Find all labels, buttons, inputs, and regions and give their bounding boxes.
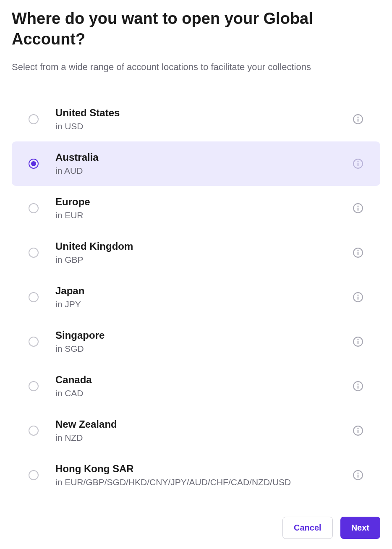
svg-point-16: [357, 339, 358, 340]
option-row[interactable]: United Kingdomin GBP: [12, 230, 380, 275]
option-text: Europein EUR: [55, 196, 346, 220]
option-title: Japan: [55, 285, 346, 297]
info-icon[interactable]: [353, 336, 363, 347]
radio-button[interactable]: [29, 159, 39, 169]
info-icon[interactable]: [353, 381, 363, 392]
svg-rect-5: [358, 163, 359, 166]
option-currency: in EUR: [55, 210, 346, 220]
info-icon[interactable]: [353, 247, 363, 258]
radio-button[interactable]: [29, 426, 39, 436]
radio-button[interactable]: [29, 114, 39, 124]
option-row[interactable]: Europein EUR: [12, 186, 380, 230]
svg-point-13: [357, 294, 358, 295]
option-text: United Statesin USD: [55, 107, 346, 131]
next-button[interactable]: Next: [340, 517, 380, 539]
options-list: United Statesin USDAustraliain AUDEurope…: [12, 97, 380, 497]
option-row[interactable]: Canadain CAD: [12, 364, 380, 408]
option-row[interactable]: United Statesin USD: [12, 97, 380, 141]
option-row[interactable]: Japanin JPY: [12, 275, 380, 319]
option-text: Australiain AUD: [55, 152, 346, 176]
radio-button[interactable]: [29, 292, 39, 302]
svg-rect-23: [358, 430, 359, 433]
page-subtitle: Select from a wide range of account loca…: [12, 62, 380, 73]
svg-point-25: [357, 472, 358, 473]
info-icon[interactable]: [353, 203, 363, 214]
option-text: New Zealandin NZD: [55, 418, 346, 443]
option-text: Singaporein SGD: [55, 329, 346, 354]
svg-rect-2: [358, 118, 359, 122]
option-title: United States: [55, 107, 346, 119]
option-text: Hong Kong SARin EUR/GBP/SGD/HKD/CNY/JPY/…: [55, 463, 346, 487]
option-currency: in EUR/GBP/SGD/HKD/CNY/JPY/AUD/CHF/CAD/N…: [55, 477, 346, 487]
option-title: Hong Kong SAR: [55, 463, 346, 475]
svg-rect-17: [358, 341, 359, 344]
svg-rect-8: [358, 207, 359, 211]
option-title: Singapore: [55, 329, 346, 341]
svg-point-19: [357, 383, 358, 384]
option-currency: in JPY: [55, 299, 346, 309]
option-title: Canada: [55, 374, 346, 386]
option-title: Europe: [55, 196, 346, 208]
svg-point-4: [357, 161, 358, 162]
info-icon[interactable]: [353, 470, 363, 481]
radio-button[interactable]: [29, 203, 39, 213]
page-title: Where do you want to open your Global Ac…: [12, 8, 380, 50]
option-text: Canadain CAD: [55, 374, 346, 398]
svg-rect-14: [358, 296, 359, 300]
option-currency: in SGD: [55, 344, 346, 354]
option-row[interactable]: Hong Kong SARin EUR/GBP/SGD/HKD/CNY/JPY/…: [12, 453, 380, 497]
option-row[interactable]: New Zealandin NZD: [12, 408, 380, 453]
option-currency: in GBP: [55, 255, 346, 265]
option-currency: in USD: [55, 121, 346, 131]
option-row[interactable]: Singaporein SGD: [12, 319, 380, 364]
actions-bar: Cancel Next: [12, 517, 380, 539]
option-title: Australia: [55, 152, 346, 163]
option-currency: in NZD: [55, 433, 346, 443]
svg-rect-11: [358, 252, 359, 255]
svg-point-1: [357, 116, 358, 118]
svg-rect-26: [358, 474, 359, 478]
option-text: United Kingdomin GBP: [55, 241, 346, 265]
option-title: New Zealand: [55, 418, 346, 430]
info-icon[interactable]: [353, 114, 363, 125]
svg-rect-20: [358, 385, 359, 389]
option-text: Japanin JPY: [55, 285, 346, 309]
info-icon[interactable]: [353, 158, 363, 169]
svg-point-22: [357, 428, 358, 429]
account-location-form: Where do you want to open your Global Ac…: [0, 0, 392, 549]
radio-button[interactable]: [29, 337, 39, 347]
radio-button[interactable]: [29, 381, 39, 391]
option-currency: in CAD: [55, 388, 346, 398]
option-currency: in AUD: [55, 166, 346, 176]
info-icon[interactable]: [353, 292, 363, 303]
cancel-button[interactable]: Cancel: [282, 517, 333, 539]
info-icon[interactable]: [353, 425, 363, 436]
radio-button[interactable]: [29, 248, 39, 258]
svg-point-10: [357, 250, 358, 251]
option-title: United Kingdom: [55, 241, 346, 252]
option-row[interactable]: Australiain AUD: [12, 141, 380, 186]
svg-point-7: [357, 205, 358, 207]
radio-button[interactable]: [29, 470, 39, 480]
